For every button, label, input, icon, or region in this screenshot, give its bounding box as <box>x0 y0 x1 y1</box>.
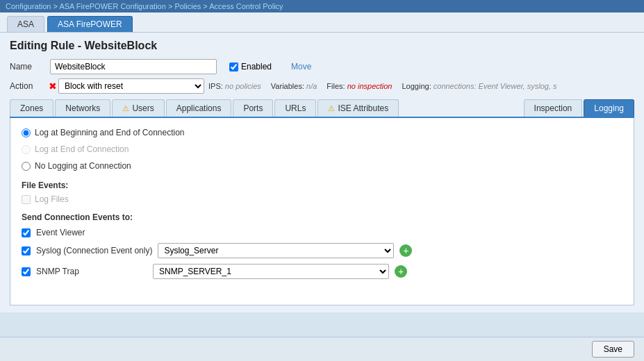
radio-log-none-input[interactable] <box>22 162 31 171</box>
send-events-label: Send Connection Events to: <box>22 212 622 222</box>
tab-applications[interactable]: Applications <box>166 99 232 117</box>
tab-users-label: Users <box>132 103 154 113</box>
files-value: no inspection <box>347 82 393 90</box>
main-content: Editing Rule - WebsiteBlock Name Enabled… <box>0 33 644 312</box>
tab-zones[interactable]: Zones <box>10 99 53 117</box>
log-files-label: Log Files <box>35 194 69 204</box>
action-select[interactable]: Block with reset <box>58 78 204 94</box>
tab-ise-attributes[interactable]: ⚠ ISE Attributes <box>317 99 399 117</box>
log-timing-group: Log at Beginning and End of Connection L… <box>22 128 622 171</box>
logging-tab-panel: Log at Beginning and End of Connection L… <box>10 118 634 305</box>
radio-log-both-label: Log at Beginning and End of Connection <box>35 128 185 137</box>
users-warn-icon: ⚠ <box>122 104 129 113</box>
top-tab-bar: ASA ASA FirePOWER <box>0 12 644 33</box>
event-viewer-label: Event Viewer <box>36 228 147 237</box>
tab-urls[interactable]: URLs <box>274 99 316 117</box>
radio-log-none: No Logging at Connection <box>22 161 622 171</box>
event-viewer-checkbox[interactable] <box>22 228 31 237</box>
tab-networks[interactable]: Networks <box>55 99 110 117</box>
name-input[interactable] <box>50 59 217 74</box>
snmp-row: SNMP Trap SNMP_SERVER_1 + <box>22 264 622 279</box>
breadcrumb-acp[interactable]: Access Control Policy <box>209 2 283 10</box>
breadcrumb: Configuration > ASA FirePOWER Configurat… <box>0 0 644 12</box>
radio-log-end-input[interactable] <box>22 145 31 154</box>
log-files-checkbox[interactable] <box>22 195 31 204</box>
tab-inspection[interactable]: Inspection <box>524 99 583 117</box>
syslog-label: Syslog (Connection Event only) <box>36 246 152 255</box>
radio-log-end: Log at End of Connection <box>22 144 622 154</box>
action-label: Action <box>10 81 44 91</box>
name-row: Name Enabled Move <box>10 59 634 74</box>
right-tab-group: Inspection Logging <box>524 99 634 117</box>
name-label: Name <box>10 62 44 72</box>
bottom-bar: Save <box>0 337 644 361</box>
snmp-label: SNMP Trap <box>36 267 147 276</box>
ise-warn-icon: ⚠ <box>328 104 335 113</box>
snmp-checkbox[interactable] <box>22 267 31 276</box>
tab-asa[interactable]: ASA <box>7 16 44 32</box>
ips-value: no policies <box>225 82 261 90</box>
enabled-checkbox[interactable] <box>229 62 238 72</box>
breadcrumb-asa-fp-config[interactable]: ASA FirePOWER Configuration <box>59 2 165 10</box>
logging-value: connections: Event Viewer, syslog, s <box>434 82 557 90</box>
tab-ise-label: ISE Attributes <box>338 103 388 113</box>
meta-info: IPS: no policies Variables: n/a Files: n… <box>208 82 557 90</box>
tab-logging[interactable]: Logging <box>584 99 634 117</box>
block-reset-icon: ✖ <box>49 81 57 92</box>
breadcrumb-config[interactable]: Configuration <box>6 2 51 10</box>
syslog-select[interactable]: Syslog_Server <box>158 243 394 258</box>
tab-users[interactable]: ⚠ Users <box>112 99 164 117</box>
files-label: Files: <box>327 82 345 90</box>
log-files-item: Log Files <box>22 194 622 204</box>
syslog-checkbox[interactable] <box>22 246 31 255</box>
tab-ports[interactable]: Ports <box>233 99 273 117</box>
enabled-check-group: Enabled <box>229 62 272 72</box>
syslog-add-button[interactable]: + <box>399 244 412 257</box>
move-link[interactable]: Move <box>291 62 311 72</box>
file-events-label: File Events: <box>22 180 622 190</box>
radio-log-none-label: No Logging at Connection <box>35 161 131 171</box>
snmp-add-button[interactable]: + <box>395 265 407 278</box>
ips-label: IPS: <box>208 82 223 90</box>
inner-tab-bar: Zones Networks ⚠ Users Applications Port… <box>10 99 634 118</box>
action-row: Action ✖ Block with reset IPS: no polici… <box>10 78 634 94</box>
event-viewer-row: Event Viewer <box>22 228 622 237</box>
snmp-select[interactable]: SNMP_SERVER_1 <box>153 264 389 279</box>
radio-log-both-input[interactable] <box>22 128 31 137</box>
radio-log-both: Log at Beginning and End of Connection <box>22 128 622 137</box>
tab-asa-firepower[interactable]: ASA FirePOWER <box>47 16 133 32</box>
syslog-row: Syslog (Connection Event only) Syslog_Se… <box>22 243 622 258</box>
page-title: Editing Rule - WebsiteBlock <box>10 40 634 52</box>
variables-value: n/a <box>306 82 317 90</box>
action-select-wrapper: ✖ Block with reset <box>49 78 204 94</box>
enabled-label: Enabled <box>241 62 272 72</box>
breadcrumb-policies[interactable]: Policies <box>174 2 201 10</box>
save-button[interactable]: Save <box>592 341 634 358</box>
radio-log-end-label: Log at End of Connection <box>35 144 129 154</box>
logging-label: Logging: <box>402 82 431 90</box>
variables-label: Variables: <box>271 82 304 90</box>
